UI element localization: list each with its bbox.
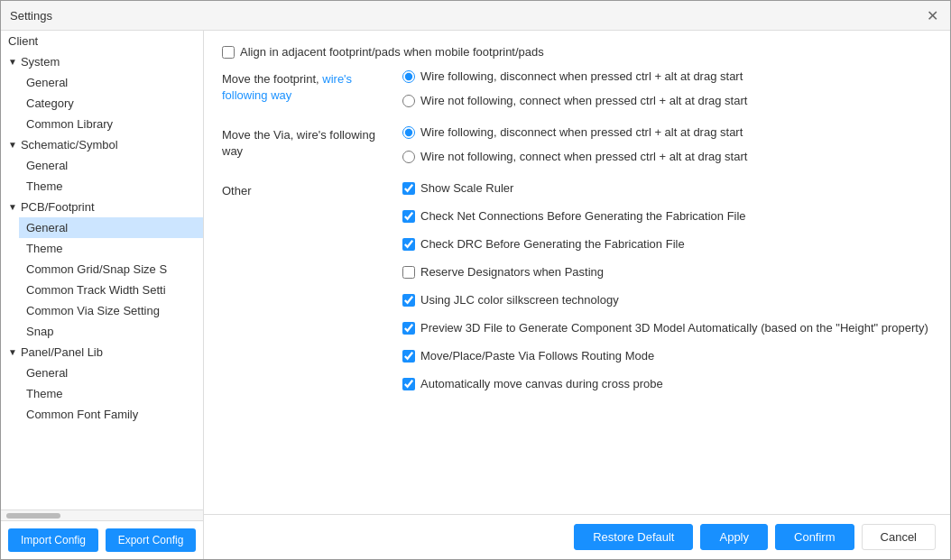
sidebar-item-pcb-viasize[interactable]: Common Via Size Setting (19, 300, 203, 321)
sidebar-item-schematic-general[interactable]: General (19, 155, 203, 176)
move-footprint-option2-text: Wire not following, connect when pressed… (420, 94, 747, 107)
panel-label: Panel/Panel Lib (21, 345, 103, 359)
reserve-designators-text: Reserve Designators when Pasting (420, 265, 604, 279)
reserve-designators-label[interactable]: Reserve Designators when Pasting (402, 265, 932, 279)
move-via-radio1-label[interactable]: Wire following, disconnect when pressed … (402, 125, 932, 139)
check-net-connections-checkbox[interactable] (402, 210, 415, 223)
sidebar-item-panel-theme[interactable]: Theme (19, 383, 203, 404)
system-label: System (21, 55, 60, 69)
move-footprint-radio1-label[interactable]: Wire following, disconnect when pressed … (402, 69, 932, 83)
move-footprint-radio2-label[interactable]: Wire not following, connect when pressed… (402, 94, 932, 107)
check-net-connections-text: Check Net Connections Before Generating … (420, 209, 746, 223)
sidebar-item-schematic[interactable]: ▼ Schematic/Symbol (1, 134, 203, 155)
sidebar-item-common-library[interactable]: Common Library (19, 114, 203, 134)
move-footprint-controls: Wire following, disconnect when pressed … (402, 69, 932, 111)
sidebar-item-system[interactable]: ▼ System (1, 51, 203, 72)
pcb-children: General Theme Common Grid/Snap Size S Co… (1, 217, 203, 342)
sidebar: Client ▼ System General Category Common … (1, 31, 204, 559)
jlc-silkscreen-checkbox[interactable] (402, 294, 415, 307)
cancel-button[interactable]: Cancel (862, 524, 936, 550)
jlc-silkscreen-text: Using JLC color silkscreen technology (420, 293, 619, 307)
sidebar-item-system-category[interactable]: Category (19, 93, 203, 114)
sidebar-item-pcb-gridsnap[interactable]: Common Grid/Snap Size S (19, 259, 203, 280)
preview-3d-text: Preview 3D File to Generate Component 3D… (420, 321, 928, 335)
sidebar-item-pcb-theme[interactable]: Theme (19, 238, 203, 259)
schematic-children: General Theme (1, 155, 203, 197)
sidebar-item-client[interactable]: Client (1, 31, 203, 51)
align-footprint-row: Align in adjacent footprint/pads when mo… (222, 45, 932, 59)
system-children: General Category Common Library (1, 72, 203, 134)
check-drc-checkbox[interactable] (402, 238, 415, 251)
preview-3d-label[interactable]: Preview 3D File to Generate Component 3D… (402, 321, 932, 335)
check-net-connections-label[interactable]: Check Net Connections Before Generating … (402, 209, 932, 223)
sidebar-item-pcb-general[interactable]: General (19, 217, 203, 238)
export-config-button[interactable]: Export Config (106, 528, 196, 552)
other-controls: Show Scale Ruler Check Net Connections B… (402, 181, 932, 398)
schematic-arrow-icon: ▼ (8, 140, 17, 150)
move-via-label: Move the Via, wire's following way (222, 125, 384, 160)
show-scale-ruler-text: Show Scale Ruler (420, 181, 513, 195)
sidebar-item-panel[interactable]: ▼ Panel/Panel Lib (1, 342, 203, 363)
reserve-designators-checkbox[interactable] (402, 266, 415, 279)
settings-window: Settings ✕ Client ▼ System General Categ… (0, 0, 951, 560)
align-footprint-checkbox[interactable] (222, 46, 235, 59)
confirm-button[interactable]: Confirm (775, 524, 854, 550)
move-via-row: Move the Via, wire's following way Wire … (222, 125, 932, 167)
move-via-radio1[interactable] (402, 126, 415, 139)
auto-move-canvas-text: Automatically move canvas during cross p… (420, 377, 663, 390)
other-row: Other Show Scale Ruler Check Net Connect… (222, 181, 932, 398)
align-footprint-label[interactable]: Align in adjacent footprint/pads when mo… (222, 45, 932, 59)
move-footprint-radio1[interactable] (402, 70, 415, 83)
preview-3d-checkbox[interactable] (402, 322, 415, 335)
move-via-radio2-label[interactable]: Wire not following, connect when pressed… (402, 150, 932, 163)
schematic-label: Schematic/Symbol (21, 138, 118, 151)
settings-scroll[interactable]: Align in adjacent footprint/pads when mo… (204, 31, 950, 514)
close-button[interactable]: ✕ (923, 6, 941, 24)
move-footprint-row: Move the footprint, wire's following way… (222, 69, 932, 111)
hscroll-thumb (6, 513, 60, 519)
jlc-silkscreen-label[interactable]: Using JLC color silkscreen technology (402, 293, 932, 307)
restore-default-button[interactable]: Restore Default (574, 524, 693, 550)
via-follows-routing-label[interactable]: Move/Place/Paste Via Follows Routing Mod… (402, 349, 932, 363)
panel-children: General Theme Common Font Family (1, 363, 203, 425)
via-follows-routing-text: Move/Place/Paste Via Follows Routing Mod… (420, 349, 654, 363)
auto-move-canvas-label[interactable]: Automatically move canvas during cross p… (402, 377, 932, 390)
system-arrow-icon: ▼ (8, 57, 17, 67)
pcb-arrow-icon: ▼ (8, 202, 17, 212)
main-content: Client ▼ System General Category Common … (1, 31, 950, 559)
move-via-radio2[interactable] (402, 151, 415, 163)
move-footprint-label: Move the footprint, wire's following way (222, 69, 384, 104)
show-scale-ruler-checkbox[interactable] (402, 182, 415, 195)
sidebar-item-pcb[interactable]: ▼ PCB/Footprint (1, 197, 203, 217)
check-drc-text: Check DRC Before Generating the Fabricat… (420, 237, 685, 251)
panel-arrow-icon: ▼ (8, 347, 17, 357)
sidebar-bottom: Import Config Export Config (1, 520, 203, 559)
align-footprint-text: Align in adjacent footprint/pads when mo… (240, 45, 544, 59)
other-label: Other (222, 181, 384, 199)
main-panel: Align in adjacent footprint/pads when mo… (204, 31, 950, 559)
sidebar-item-schematic-theme[interactable]: Theme (19, 176, 203, 197)
sidebar-item-panel-general[interactable]: General (19, 363, 203, 383)
sidebar-item-pcb-snap[interactable]: Snap (19, 321, 203, 342)
apply-button[interactable]: Apply (700, 524, 768, 550)
via-follows-routing-checkbox[interactable] (402, 350, 415, 363)
move-via-controls: Wire following, disconnect when pressed … (402, 125, 932, 167)
move-footprint-radio2[interactable] (402, 95, 415, 107)
sidebar-item-panel-fontfamily[interactable]: Common Font Family (19, 404, 203, 425)
title-bar: Settings ✕ (1, 1, 950, 31)
import-config-button[interactable]: Import Config (8, 528, 98, 552)
check-drc-label[interactable]: Check DRC Before Generating the Fabricat… (402, 237, 932, 251)
sidebar-scroll[interactable]: Client ▼ System General Category Common … (1, 31, 203, 510)
footer: Restore Default Apply Confirm Cancel (204, 514, 950, 559)
pcb-label: PCB/Footprint (21, 200, 95, 214)
move-footprint-option1-text: Wire following, disconnect when pressed … (420, 69, 743, 83)
sidebar-item-pcb-trackwidth[interactable]: Common Track Width Setti (19, 280, 203, 300)
auto-move-canvas-checkbox[interactable] (402, 378, 415, 390)
move-via-option1-text: Wire following, disconnect when pressed … (420, 125, 743, 139)
sidebar-hscroll[interactable] (1, 510, 203, 520)
sidebar-item-system-general[interactable]: General (19, 72, 203, 93)
window-title: Settings (10, 9, 52, 23)
move-via-option2-text: Wire not following, connect when pressed… (420, 150, 747, 163)
show-scale-ruler-label[interactable]: Show Scale Ruler (402, 181, 932, 195)
